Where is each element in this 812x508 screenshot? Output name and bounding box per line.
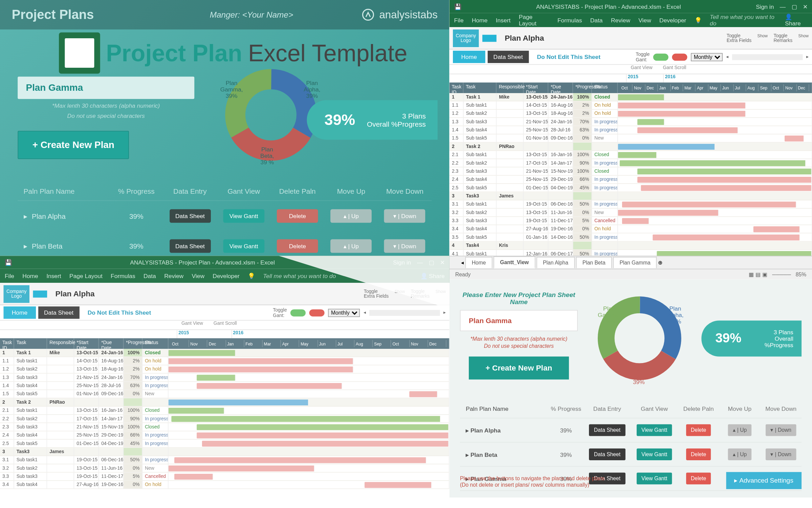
data-sheet-button[interactable]: Data Sheet [38,306,80,319]
task-name-cell: Sub task3 [14,423,47,431]
toggle-gant-off[interactable] [672,53,687,60]
ribbon-tab[interactable]: Review [611,17,630,23]
ribbon-tab[interactable]: Insert [46,273,61,279]
gantt-scrollbar[interactable] [732,54,803,60]
ribbon-tab[interactable]: Formulas [111,273,135,279]
responsible-cell [497,225,524,233]
advanced-settings-button[interactable]: ▸ Advanced Settings [726,472,802,489]
delete-button[interactable]: Delete [277,209,318,223]
progress-cell: 90% [124,415,142,423]
save-icon[interactable]: 💾 [5,259,12,266]
scale-select[interactable]: Monthly [691,53,723,61]
home-button[interactable]: Home [3,306,36,319]
ribbon-tab[interactable]: Home [22,273,38,279]
add-sheet-icon[interactable]: ⊕ [658,259,663,265]
delete-button[interactable]: Delete [686,448,711,460]
delete-button[interactable]: Delete [277,239,318,253]
caret-right-icon[interactable]: ▸ [24,212,27,220]
toggle-extra-fields[interactable]: ToggleExtra Fields [727,33,751,43]
save-icon[interactable]: 💾 [454,3,461,10]
scroll-left-icon[interactable]: ◂ [364,310,366,315]
home-button[interactable]: Home [453,51,485,63]
move-down-button[interactable]: ▾ | Down [384,239,425,253]
toggle-remarks[interactable]: ToggleRemarks [773,33,792,43]
plan-name-input[interactable]: Plan Gamma [460,310,578,331]
project-title-chip[interactable] [482,35,497,42]
ribbon-tab[interactable]: Data [590,17,603,23]
scroll-right-icon[interactable]: ▸ [806,54,809,60]
tab-nav-prev-icon[interactable]: ◂ [461,259,464,265]
ribbon-tab[interactable]: File [454,17,464,23]
move-up-button[interactable]: ▴ | Up [331,209,372,223]
move-up-button[interactable]: ▴ | Up [728,424,751,436]
sheet-tab[interactable]: Gantt_View [493,256,535,269]
plan-name-input[interactable]: Plan Gamma [18,77,194,99]
ribbon-tab[interactable]: File [5,273,14,279]
toggle-gant-on[interactable] [290,309,306,316]
task-id-cell: 2.2 [449,159,464,167]
caret-right-icon[interactable]: ▸ [466,451,469,458]
responsible-cell [47,357,74,365]
year-label: 2015 [177,330,231,338]
move-down-button[interactable]: ▾ | Down [384,209,425,223]
ribbon-tab[interactable]: Data [144,273,156,279]
ribbon-tab[interactable]: Formulas [557,17,582,23]
scroll-left-icon[interactable]: ◂ [726,54,728,60]
ribbon-tab[interactable]: Page Layout [519,14,549,26]
view-icons[interactable]: ▦ ▤ ▣ [749,271,768,277]
ribbon-tab[interactable]: Developer [213,273,239,279]
sheet-tab[interactable]: Plan Alpha [536,257,575,268]
minimize-icon[interactable]: — [780,3,786,10]
create-plan-button[interactable]: + Create New Plan [469,357,569,380]
ribbon-tab[interactable]: Page Layout [69,273,103,279]
progress-cell: 0% [573,209,592,216]
sheet-tabs: ◂ HomeGantt_ViewPlan AlphaPlan BetaPlan … [449,256,812,269]
close-icon[interactable]: ✕ [803,3,808,10]
status-cell: In progress [592,159,618,167]
ribbon-tab[interactable]: Home [472,17,487,23]
project-title-chip[interactable] [33,290,47,297]
progress-cell: 0% [124,390,142,398]
ribbon-tab[interactable]: Review [164,273,183,279]
ribbon-tab[interactable]: Developer [659,17,686,23]
signin-link[interactable]: Sign in [756,3,774,10]
data-sheet-button[interactable]: Data Sheet [169,209,211,223]
gantt-row: 2.2 Sub task2 17-Oct-15 14-Jan-17 90% In… [0,415,449,423]
move-up-button[interactable]: ▴ | Up [728,448,751,460]
due-date-cell: 11-Dec-17 [548,217,573,225]
status-cell: Closed [592,93,618,101]
responsible-cell [47,431,74,439]
sheet-tab[interactable]: Plan Beta [576,257,612,268]
ribbon-tab[interactable]: View [192,273,204,279]
toggle-gant-on[interactable] [653,53,668,60]
scroll-right-icon[interactable]: ▸ [443,310,446,315]
task-id-cell: 1.1 [0,357,14,365]
gantt-scrollbar[interactable] [369,310,440,315]
ribbon-tab[interactable]: Insert [496,17,511,23]
move-down-button[interactable]: ▾ | Down [766,424,796,436]
sheet-tab[interactable]: Plan Gamma [613,257,657,268]
view-gantt-button[interactable]: View Gantt [637,448,672,460]
tellme-input[interactable]: Tell me what you want to do [710,14,777,26]
due-date-cell: 29-Dec-19 [99,431,124,439]
delete-button[interactable]: Delete [686,424,711,436]
ribbon-tab[interactable]: View [638,17,651,23]
sheet-tab[interactable]: Home [465,257,492,268]
move-down-button[interactable]: ▾ | Down [766,448,796,460]
caret-right-icon[interactable]: ▸ [466,427,469,433]
toggle-gant-off[interactable] [309,309,325,316]
zoom-level[interactable]: 85% [796,271,806,277]
share-button[interactable]: 👤 Share [785,14,807,26]
data-sheet-button[interactable]: Data Sheet [589,424,625,436]
create-plan-button[interactable]: + Create New Plan [18,131,129,159]
view-gantt-button[interactable]: View Gantt [223,239,264,253]
data-sheet-button[interactable]: Data Sheet [487,51,529,63]
view-gantt-button[interactable]: View Gantt [223,209,264,223]
data-sheet-button[interactable]: Data Sheet [589,448,625,460]
caret-right-icon[interactable]: ▸ [24,242,27,250]
move-up-button[interactable]: ▴ | Up [331,239,372,253]
scale-select[interactable]: Monthly [328,309,360,317]
maximize-icon[interactable]: ▢ [792,3,797,10]
data-sheet-button[interactable]: Data Sheet [169,239,211,253]
view-gantt-button[interactable]: View Gantt [637,424,672,436]
